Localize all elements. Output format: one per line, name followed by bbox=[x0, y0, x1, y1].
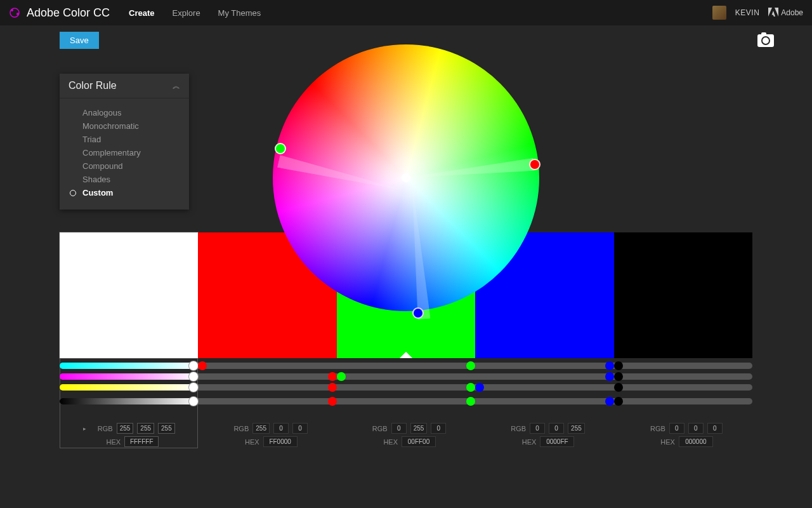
hex-label: HEX bbox=[99, 438, 121, 446]
slider-gradient-fill bbox=[60, 373, 198, 380]
slider-handle[interactable] bbox=[337, 372, 346, 381]
slider-handle[interactable] bbox=[605, 397, 614, 406]
rgb-value-input[interactable]: 255 bbox=[158, 423, 175, 434]
slider-gradient-fill bbox=[60, 384, 198, 391]
slider-handle[interactable] bbox=[605, 361, 614, 370]
hex-label: HEX bbox=[514, 438, 536, 446]
slider-handle[interactable] bbox=[189, 372, 198, 381]
wheel-center-handle[interactable] bbox=[402, 173, 410, 182]
slider-handle[interactable] bbox=[466, 397, 475, 406]
svg-point-1 bbox=[11, 9, 13, 11]
rule-item-complementary[interactable]: Complementary bbox=[60, 146, 189, 159]
hex-value-input[interactable]: FFFFFF bbox=[124, 436, 159, 447]
wheel-handle[interactable] bbox=[529, 159, 540, 170]
slider-track[interactable] bbox=[60, 373, 752, 380]
swatch[interactable] bbox=[614, 232, 752, 358]
rule-item-monochromatic[interactable]: Monochromatic bbox=[60, 119, 189, 133]
rule-item-triad[interactable]: Triad bbox=[60, 133, 189, 146]
rgb-label: RGB bbox=[227, 425, 249, 432]
slider-handle[interactable] bbox=[614, 397, 623, 406]
value-cell: RGB02550HEX00FF00 bbox=[337, 419, 475, 453]
hex-value-input[interactable]: 00FF00 bbox=[402, 436, 436, 447]
slider-handle[interactable] bbox=[605, 372, 614, 381]
rgb-value-input[interactable]: 0 bbox=[530, 423, 545, 434]
rgb-value-input[interactable]: 0 bbox=[707, 423, 723, 434]
value-cell: RGB000HEX000000 bbox=[614, 419, 752, 453]
slider-handle[interactable] bbox=[614, 361, 623, 370]
swatch[interactable] bbox=[60, 232, 198, 358]
slider-track[interactable] bbox=[60, 363, 752, 369]
rgb-label: RGB bbox=[366, 425, 388, 432]
nav-mythemes[interactable]: My Themes bbox=[218, 8, 261, 18]
rgb-value-input[interactable]: 0 bbox=[688, 423, 704, 434]
slider-handle[interactable] bbox=[614, 372, 623, 381]
rgb-label: RGB bbox=[91, 425, 113, 432]
wheel-handle[interactable] bbox=[275, 143, 286, 154]
rgb-value-input[interactable]: 255 bbox=[137, 423, 154, 434]
topbar-left: Adobe Color CC Create Explore My Themes bbox=[9, 6, 261, 20]
nav-explore[interactable]: Explore bbox=[173, 8, 200, 18]
slider-handle[interactable] bbox=[328, 383, 337, 392]
avatar[interactable] bbox=[712, 6, 726, 20]
hex-value-input[interactable]: 000000 bbox=[679, 436, 713, 447]
rgb-value-input[interactable]: 0 bbox=[292, 423, 308, 434]
slider-track[interactable] bbox=[60, 384, 752, 391]
slider-handle[interactable] bbox=[466, 361, 475, 370]
rgb-value-input[interactable]: 0 bbox=[549, 423, 564, 434]
slider-handle[interactable] bbox=[475, 383, 484, 392]
rgb-label: RGB bbox=[504, 425, 526, 432]
topbar: Adobe Color CC Create Explore My Themes … bbox=[0, 0, 812, 25]
color-wheel[interactable] bbox=[273, 44, 539, 311]
nav-links: Create Explore My Themes bbox=[129, 8, 261, 18]
values-row: ▸RGB255255255HEXFFFFFFRGB25500HEXFF0000R… bbox=[60, 419, 752, 453]
slider-handle[interactable] bbox=[189, 361, 198, 370]
topbar-right: KEVIN Adobe bbox=[712, 6, 803, 20]
slider-section bbox=[60, 359, 752, 409]
color-rule-header[interactable]: Color Rule ︽ bbox=[60, 74, 189, 98]
adobe-logo-icon bbox=[768, 8, 778, 18]
rule-item-compound[interactable]: Compound bbox=[60, 159, 189, 173]
slider-handle[interactable] bbox=[198, 361, 207, 370]
color-mode-arrow-icon[interactable]: ▸ bbox=[83, 425, 86, 432]
slider-handle[interactable] bbox=[614, 383, 623, 392]
active-swatch-caret-icon bbox=[400, 352, 412, 358]
hex-label: HEX bbox=[376, 438, 398, 446]
adobe-mark[interactable]: Adobe bbox=[768, 8, 803, 18]
value-cell: ▸RGB255255255HEXFFFFFF bbox=[60, 419, 198, 453]
rgb-value-input[interactable]: 0 bbox=[431, 423, 446, 434]
slider-handle[interactable] bbox=[328, 372, 337, 381]
user-name[interactable]: KEVIN bbox=[735, 8, 760, 17]
rgb-value-input[interactable]: 255 bbox=[568, 423, 585, 434]
svg-point-2 bbox=[16, 13, 19, 15]
save-button[interactable]: Save bbox=[60, 32, 99, 49]
slider-track[interactable] bbox=[60, 398, 752, 404]
rgb-value-input[interactable]: 0 bbox=[391, 423, 407, 434]
value-cell: RGB00255HEX0000FF bbox=[475, 419, 613, 453]
rgb-value-input[interactable]: 0 bbox=[273, 423, 289, 434]
adobe-label: Adobe bbox=[781, 8, 803, 17]
rgb-value-input[interactable]: 0 bbox=[669, 423, 684, 434]
slider-handle[interactable] bbox=[189, 397, 198, 406]
rule-item-analogous[interactable]: Analogous bbox=[60, 106, 189, 119]
rgb-value-input[interactable]: 255 bbox=[117, 423, 134, 434]
hex-value-input[interactable]: FF0000 bbox=[263, 436, 298, 447]
rule-item-custom[interactable]: Custom bbox=[60, 186, 189, 199]
value-cell: RGB25500HEXFF0000 bbox=[198, 419, 336, 453]
slider-handle[interactable] bbox=[328, 397, 337, 406]
app-logo-icon bbox=[9, 7, 20, 18]
wheel-handle[interactable] bbox=[412, 307, 424, 319]
hex-label: HEX bbox=[238, 438, 259, 446]
color-rule-panel: Color Rule ︽ AnalogousMonochromaticTriad… bbox=[60, 74, 189, 210]
collapse-icon: ︽ bbox=[173, 81, 180, 91]
color-rule-list: AnalogousMonochromaticTriadComplementary… bbox=[60, 98, 189, 210]
slider-handle[interactable] bbox=[466, 383, 475, 392]
rgb-value-input[interactable]: 255 bbox=[252, 423, 270, 434]
hex-value-input[interactable]: 0000FF bbox=[540, 436, 574, 447]
rule-item-shades[interactable]: Shades bbox=[60, 173, 189, 186]
camera-icon[interactable] bbox=[757, 34, 774, 47]
nav-create[interactable]: Create bbox=[129, 8, 154, 18]
rgb-label: RGB bbox=[644, 425, 665, 432]
rgb-value-input[interactable]: 255 bbox=[410, 423, 428, 434]
app-title: Adobe Color CC bbox=[27, 6, 110, 20]
slider-handle[interactable] bbox=[189, 383, 198, 392]
